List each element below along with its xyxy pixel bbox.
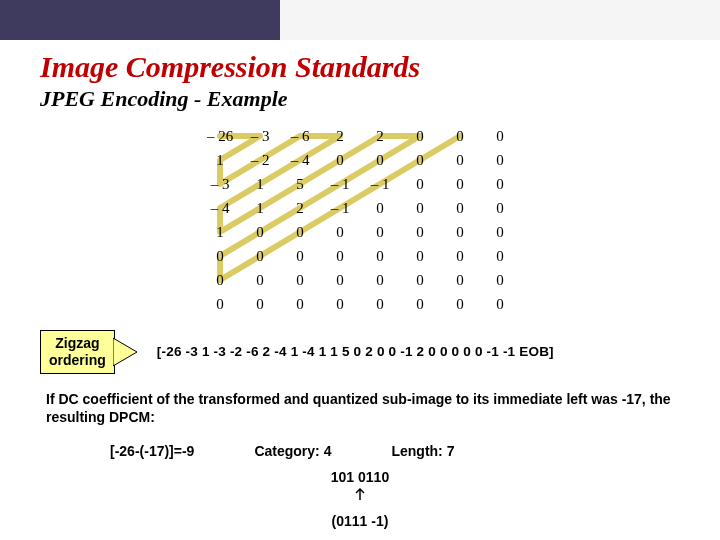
svg-marker-0 bbox=[113, 338, 137, 366]
matrix-cell: – 4 bbox=[200, 196, 240, 220]
dpcm-expression: [-26-(-17)]=-9 bbox=[110, 443, 194, 459]
zigzag-label-line1: Zigzag bbox=[49, 335, 106, 352]
matrix-cell: 0 bbox=[440, 148, 480, 172]
slide-title: Image Compression Standards bbox=[40, 50, 680, 84]
zigzag-label-line2: ordering bbox=[49, 352, 106, 369]
matrix-cell: 0 bbox=[480, 196, 520, 220]
top-bar-dark bbox=[0, 0, 280, 40]
matrix-cell: 0 bbox=[360, 220, 400, 244]
matrix-cell: 0 bbox=[400, 148, 440, 172]
matrix-cell: 2 bbox=[280, 196, 320, 220]
matrix-cell: 0 bbox=[400, 244, 440, 268]
bits-line-1: 101 0110 bbox=[260, 469, 460, 485]
matrix-cell: 0 bbox=[480, 292, 520, 316]
up-arrow-icon bbox=[354, 488, 366, 500]
matrix-cell: 0 bbox=[400, 292, 440, 316]
matrix-cell: 0 bbox=[200, 292, 240, 316]
matrix-cell: 0 bbox=[240, 244, 280, 268]
matrix-cell: 0 bbox=[280, 220, 320, 244]
matrix-cell: 0 bbox=[440, 268, 480, 292]
dct-matrix: – 26– 3– 6220001– 2– 400000– 315– 1– 100… bbox=[200, 124, 520, 316]
matrix-cell: 0 bbox=[360, 244, 400, 268]
matrix-cell: 0 bbox=[440, 244, 480, 268]
matrix-cell: 0 bbox=[440, 196, 480, 220]
matrix-cell: – 4 bbox=[280, 148, 320, 172]
matrix-cell: 0 bbox=[240, 268, 280, 292]
matrix-cell: 0 bbox=[480, 244, 520, 268]
matrix-cell: 0 bbox=[440, 124, 480, 148]
matrix-cell: 0 bbox=[200, 268, 240, 292]
matrix-cell: 0 bbox=[280, 244, 320, 268]
slide-top-bar bbox=[0, 0, 720, 40]
dpcm-length: Length: 7 bbox=[391, 443, 454, 459]
matrix-cell: 0 bbox=[360, 268, 400, 292]
matrix-cell: 0 bbox=[480, 220, 520, 244]
matrix-cell: – 3 bbox=[200, 172, 240, 196]
matrix-cell: 0 bbox=[320, 244, 360, 268]
matrix-cell: 0 bbox=[320, 220, 360, 244]
matrix-cell: – 1 bbox=[320, 196, 360, 220]
matrix-cell: 0 bbox=[200, 244, 240, 268]
zigzag-label-box: Zigzag ordering bbox=[40, 330, 115, 374]
top-bar-light bbox=[280, 0, 720, 40]
matrix-cell: 0 bbox=[240, 292, 280, 316]
zigzag-callout: Zigzag ordering bbox=[40, 330, 139, 374]
matrix-cell: – 1 bbox=[360, 172, 400, 196]
matrix-cell: 0 bbox=[360, 196, 400, 220]
matrix-cell: 0 bbox=[320, 292, 360, 316]
bits-line-2: (0111 -1) bbox=[260, 513, 460, 529]
matrix-cell: 0 bbox=[240, 220, 280, 244]
matrix-cell: 0 bbox=[280, 292, 320, 316]
matrix-cell: 0 bbox=[280, 268, 320, 292]
matrix-cell: 1 bbox=[200, 148, 240, 172]
matrix-cell: 5 bbox=[280, 172, 320, 196]
matrix-cell: 0 bbox=[400, 268, 440, 292]
matrix-cell: – 2 bbox=[240, 148, 280, 172]
dpcm-category: Category: 4 bbox=[254, 443, 331, 459]
matrix-cell: – 26 bbox=[200, 124, 240, 148]
matrix-cell: 0 bbox=[400, 196, 440, 220]
matrix-cell: 0 bbox=[320, 148, 360, 172]
matrix-cell: 0 bbox=[480, 268, 520, 292]
matrix-cell: 0 bbox=[360, 148, 400, 172]
matrix-cell: 0 bbox=[360, 292, 400, 316]
matrix-cell: 0 bbox=[480, 148, 520, 172]
matrix-cell: 1 bbox=[240, 196, 280, 220]
matrix-cell: 0 bbox=[400, 172, 440, 196]
matrix-cell: – 6 bbox=[280, 124, 320, 148]
dpcm-paragraph: If DC coefficient of the transformed and… bbox=[46, 390, 674, 428]
matrix-cell: 0 bbox=[480, 124, 520, 148]
matrix-cell: – 1 bbox=[320, 172, 360, 196]
slide-subtitle: JPEG Encoding - Example bbox=[40, 86, 680, 112]
zigzag-sequence: [-26 -3 1 -3 -2 -6 2 -4 1 -4 1 1 5 0 2 0… bbox=[157, 344, 554, 359]
matrix-cell: 0 bbox=[480, 172, 520, 196]
matrix-cell: 1 bbox=[240, 172, 280, 196]
matrix-cell: 0 bbox=[440, 172, 480, 196]
matrix-cell: 1 bbox=[200, 220, 240, 244]
matrix-cell: 0 bbox=[400, 124, 440, 148]
matrix-cell: 2 bbox=[360, 124, 400, 148]
matrix-cell: 0 bbox=[320, 268, 360, 292]
matrix-container: – 26– 3– 6220001– 2– 400000– 315– 1– 100… bbox=[200, 124, 520, 316]
matrix-cell: 0 bbox=[440, 220, 480, 244]
matrix-cell: 0 bbox=[440, 292, 480, 316]
matrix-cell: – 3 bbox=[240, 124, 280, 148]
bits-block: 101 0110 (0111 -1) bbox=[260, 469, 460, 529]
arrow-right-icon bbox=[113, 334, 139, 370]
matrix-cell: 0 bbox=[400, 220, 440, 244]
matrix-cell: 2 bbox=[320, 124, 360, 148]
